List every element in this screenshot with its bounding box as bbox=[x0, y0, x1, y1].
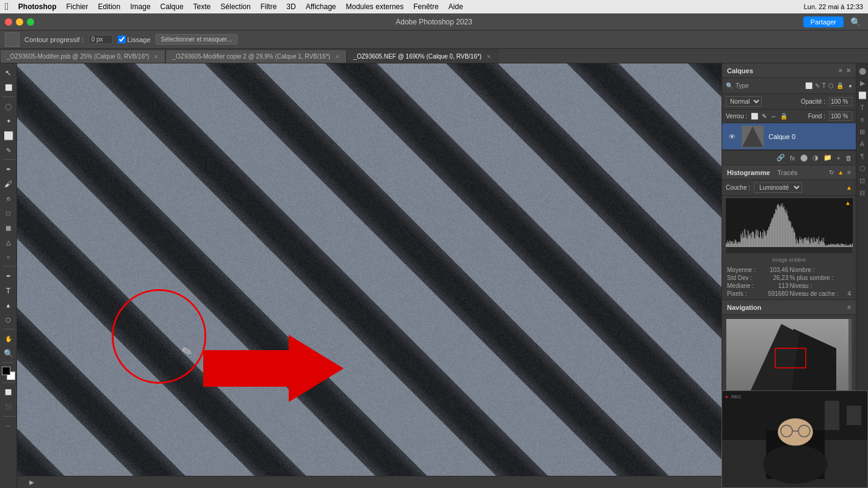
filter-icon-1[interactable]: ⬜ bbox=[805, 82, 812, 89]
tool-more[interactable]: ··· bbox=[2, 419, 15, 432]
tool-hand[interactable]: ✋ bbox=[2, 332, 15, 345]
tab-2-close[interactable]: ✕ bbox=[335, 54, 340, 60]
calques-collapse-icon[interactable]: ≡ bbox=[839, 67, 842, 74]
add-mask-icon[interactable]: ⬤ bbox=[800, 154, 808, 162]
tool-clone[interactable]: ⎋ bbox=[2, 192, 15, 205]
menu-edition[interactable]: Edition bbox=[98, 2, 121, 11]
couche-select[interactable]: Luminosité bbox=[754, 182, 802, 193]
tab-traces[interactable]: Tracés bbox=[777, 169, 797, 176]
fond-input[interactable] bbox=[829, 112, 852, 121]
menu-selection[interactable]: Sélection bbox=[220, 2, 250, 11]
tool-screenmode[interactable]: ⬛ bbox=[2, 400, 15, 414]
tab-histogram[interactable]: Histogramme bbox=[727, 169, 770, 176]
tool-path[interactable]: ▲ bbox=[2, 298, 15, 312]
tool-magic-wand[interactable]: ✦ bbox=[2, 114, 15, 127]
menu-calque[interactable]: Calque bbox=[161, 2, 184, 11]
far-right-icon-8[interactable]: ¶ bbox=[858, 151, 867, 161]
adjustment-icon[interactable]: ◑ bbox=[812, 154, 819, 162]
far-right-icon-7[interactable]: A bbox=[858, 139, 867, 149]
tool-pen[interactable]: ✒ bbox=[2, 269, 15, 282]
color-indicator[interactable] bbox=[2, 367, 15, 380]
histogram-refresh-icon[interactable]: ↻ bbox=[829, 169, 834, 176]
lock-icon-4[interactable]: 🔒 bbox=[780, 113, 787, 120]
tool-dodge[interactable]: ○ bbox=[2, 250, 15, 264]
foreground-color[interactable] bbox=[2, 367, 10, 375]
filter-icon-5[interactable]: 🔒 bbox=[836, 82, 844, 89]
tool-crop[interactable]: ⬜ bbox=[2, 129, 15, 142]
options-bar: Contour progressif : Lissage Sélectionne… bbox=[0, 30, 868, 49]
opacity-input[interactable] bbox=[829, 97, 852, 106]
layer-item-0[interactable]: 👁 Calque 0 bbox=[722, 123, 856, 150]
far-right-icon-5[interactable]: ≡ bbox=[858, 115, 867, 124]
menu-fichier[interactable]: Fichier bbox=[67, 2, 89, 11]
menu-affichage[interactable]: Affichage bbox=[306, 2, 336, 11]
menu-image[interactable]: Image bbox=[130, 2, 150, 11]
tool-shape[interactable]: ⬡ bbox=[2, 313, 15, 326]
delete-layer-icon[interactable]: 🗑 bbox=[845, 154, 852, 162]
navigation-menu-icon[interactable]: ≡ bbox=[847, 304, 851, 310]
add-layer-icon[interactable]: + bbox=[837, 154, 841, 162]
lock-icon-3[interactable]: ↔ bbox=[770, 113, 776, 120]
close-btn[interactable] bbox=[5, 18, 12, 26]
far-right-icon-6[interactable]: ⊞ bbox=[858, 127, 867, 137]
filter-icon-2[interactable]: ✎ bbox=[815, 82, 820, 89]
tab-3[interactable]: _OZ93605.NEF @ 1690% (Calque 0, RVB/16*)… bbox=[347, 49, 498, 63]
far-right-icon-1[interactable]: ⬤ bbox=[858, 66, 867, 76]
tool-eraser[interactable]: □ bbox=[2, 206, 15, 220]
tool-text[interactable]: T bbox=[2, 284, 15, 297]
minimize-btn[interactable] bbox=[16, 18, 23, 26]
layer-visibility-icon[interactable]: 👁 bbox=[727, 132, 737, 142]
menu-filtre[interactable]: Filtre bbox=[261, 2, 277, 11]
toolbar-sep-5 bbox=[2, 362, 15, 363]
canvas-area[interactable]: ✎ bbox=[17, 63, 722, 488]
lissage-label[interactable]: Lissage bbox=[118, 35, 151, 43]
tool-move[interactable]: ↖ bbox=[2, 66, 15, 79]
menu-texte[interactable]: Texte bbox=[193, 2, 211, 11]
tool-quickmask[interactable]: ⬜ bbox=[2, 386, 15, 399]
tool-eyedropper[interactable]: ✎ bbox=[2, 143, 15, 157]
lissage-checkbox[interactable] bbox=[118, 35, 126, 43]
menu-modules[interactable]: Modules externes bbox=[346, 2, 404, 11]
tab-2[interactable]: _OZ93605-Modifier copie 2 @ 29,9% (Calqu… bbox=[165, 49, 346, 63]
lock-icon-2[interactable]: ✎ bbox=[762, 113, 767, 120]
select-mask-button[interactable]: Sélectionner et masquer... bbox=[156, 34, 237, 45]
far-right-icon-10[interactable]: ⊡ bbox=[858, 176, 867, 185]
tab-3-close[interactable]: ✕ bbox=[486, 54, 491, 60]
tool-brush[interactable]: 🖌 bbox=[2, 177, 15, 190]
fx-icon[interactable]: fx bbox=[790, 154, 795, 162]
tool-spot-heal[interactable]: ✒ bbox=[2, 162, 15, 176]
stat-moyenne: Moyenne : 103,46 bbox=[727, 267, 789, 273]
main-canvas[interactable] bbox=[17, 63, 722, 488]
apple-icon[interactable]:  bbox=[5, 1, 9, 12]
menu-3d[interactable]: 3D bbox=[286, 2, 295, 11]
calques-close-icon[interactable]: ✕ bbox=[846, 67, 851, 74]
menu-aide[interactable]: Aide bbox=[449, 2, 463, 11]
blend-mode-select[interactable]: Normal bbox=[726, 96, 762, 107]
filter-icon-3[interactable]: T bbox=[822, 82, 826, 89]
menubar-right: Lun. 22 mai à 12:33 bbox=[804, 3, 863, 10]
tool-artboard[interactable]: ⬜ bbox=[2, 81, 15, 94]
far-right-icon-4[interactable]: T bbox=[858, 102, 867, 112]
share-button[interactable]: Partager bbox=[803, 16, 844, 27]
search-icon[interactable]: 🔍 bbox=[850, 17, 861, 27]
tab-1[interactable]: _OZ93605-Modifier.psb @ 25% (Calque 0, R… bbox=[0, 49, 165, 63]
filter-toggle[interactable]: ● bbox=[848, 82, 852, 89]
far-right-icon-3[interactable]: ⬜ bbox=[858, 90, 867, 100]
menu-fenetre[interactable]: Fenêtre bbox=[413, 2, 438, 11]
tool-gradient[interactable]: ▦ bbox=[2, 221, 15, 234]
lock-icon-1[interactable]: ⬜ bbox=[751, 113, 758, 120]
tool-zoom[interactable]: 🔍 bbox=[2, 346, 15, 360]
maximize-btn[interactable] bbox=[27, 18, 34, 26]
far-right-icon-2[interactable]: ▶ bbox=[858, 78, 867, 88]
menu-photoshop[interactable]: Photoshop bbox=[18, 2, 57, 11]
contour-value[interactable] bbox=[89, 35, 113, 44]
histogram-menu-icon[interactable]: ≡ bbox=[847, 169, 851, 176]
tool-lasso[interactable]: ◌ bbox=[2, 99, 15, 113]
tool-blur[interactable]: △ bbox=[2, 235, 15, 249]
link-layers-icon[interactable]: 🔗 bbox=[776, 154, 785, 162]
far-right-icon-9[interactable]: ⬡ bbox=[858, 163, 867, 173]
tab-1-close[interactable]: ✕ bbox=[154, 54, 159, 60]
filter-icon-4[interactable]: ⬡ bbox=[828, 82, 834, 89]
far-right-icon-11[interactable]: ⊟ bbox=[858, 188, 867, 198]
folder-icon[interactable]: 📁 bbox=[823, 154, 832, 162]
